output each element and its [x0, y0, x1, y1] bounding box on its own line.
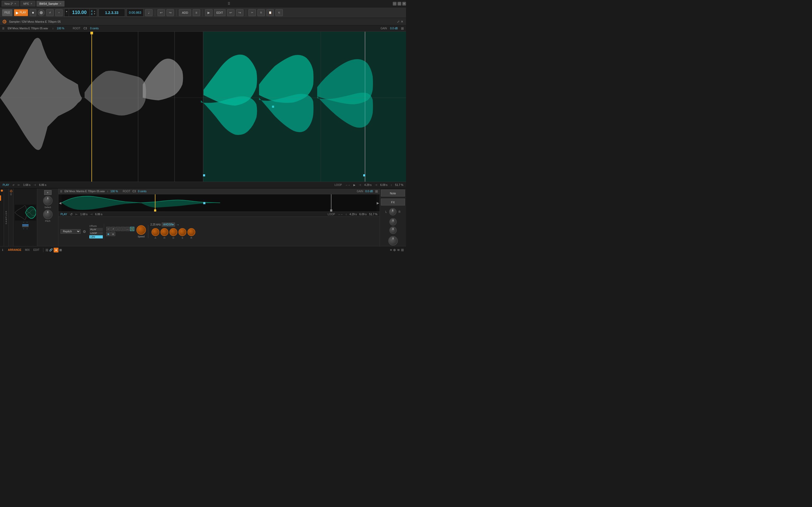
play-head-button[interactable]: ▶	[205, 9, 212, 16]
device-toggle[interactable]: ⊕	[393, 248, 396, 252]
bottom-play-mode[interactable]: ↺	[70, 212, 73, 216]
env-h-knob[interactable]	[160, 228, 168, 236]
redo-button[interactable]: ↪	[166, 9, 174, 16]
tab-mpe[interactable]: MPE ✕	[20, 1, 36, 7]
tab-new2[interactable]: New 2* ✕	[2, 1, 19, 7]
duplicate-button[interactable]: ⎗	[275, 9, 283, 16]
note-button[interactable]: Note	[381, 189, 405, 196]
start-marker-handle[interactable]	[90, 32, 93, 34]
add-button[interactable]: ADD	[179, 9, 191, 16]
env-s-knob[interactable]	[179, 228, 186, 236]
transport-arrows[interactable]: ▲ ▼	[94, 10, 96, 15]
bottom-end-marker[interactable]	[331, 194, 332, 212]
loop-handle[interactable]	[272, 106, 274, 108]
env-s-label: S	[182, 237, 183, 239]
pitch-knob[interactable]	[43, 210, 53, 219]
edit-button[interactable]: EDIT	[214, 9, 225, 16]
browser-toggle[interactable]: ≡	[390, 248, 392, 252]
ahdsr-chain-btn[interactable]: →	[176, 223, 179, 227]
bottom-start-handle[interactable]	[154, 209, 156, 212]
status-orange-button[interactable]: ■	[54, 248, 58, 252]
metronome-button[interactable]: ♩	[145, 9, 153, 16]
position-display[interactable]: 1.2.3.33	[99, 9, 125, 17]
punch-button[interactable]: +	[55, 9, 63, 16]
paste-button[interactable]: 📋	[266, 9, 274, 16]
close-button[interactable]: ✕	[402, 2, 406, 6]
out-knob[interactable]	[388, 236, 398, 245]
cut-button[interactable]: ✂	[248, 9, 256, 16]
env-d-knob[interactable]	[169, 228, 177, 236]
waveform-settings-button[interactable]: ⊞	[401, 26, 404, 31]
channel-indicator[interactable]	[1, 189, 3, 192]
mix-tab[interactable]: MIX	[23, 248, 32, 252]
waveform-scroll-left[interactable]: ◀	[59, 201, 61, 205]
fx-button[interactable]: FX	[381, 199, 405, 206]
speed-knob[interactable]	[136, 225, 146, 235]
play-mode-btn[interactable]: PLAY	[89, 228, 103, 231]
mixer-toggle[interactable]: ≋	[397, 248, 400, 252]
bottom-end-handle[interactable]	[330, 209, 332, 212]
loop-ping-button[interactable]: ↔	[116, 227, 120, 231]
loop-button[interactable]: ↺	[46, 9, 54, 16]
repitch-select[interactable]: Repitch Stretch Resample	[60, 229, 81, 234]
maximize-button[interactable]: □	[398, 2, 401, 6]
loop-on-button[interactable]: ↻	[130, 227, 134, 231]
status-link-button[interactable]: ⛓	[45, 248, 48, 252]
tab-bws4[interactable]: BWS4_Sampler ✕	[37, 1, 64, 7]
mini-settings-button[interactable]: ☰	[10, 193, 12, 196]
bpm-display[interactable]: 110.00	[69, 9, 90, 17]
lr-balance-knob[interactable]	[389, 208, 397, 216]
back-button[interactable]: ↩	[227, 9, 235, 16]
env-a-knob[interactable]	[151, 228, 159, 236]
metronome-toggle[interactable]: ■ →	[65, 10, 68, 15]
len-mode-btn[interactable]: LEN	[89, 235, 103, 238]
file-button[interactable]: FILE	[2, 9, 12, 16]
unknown-knob-2[interactable]	[389, 227, 397, 234]
loop-end-time: 6.09 s	[380, 183, 388, 186]
tab-mpe-close[interactable]: ✕	[31, 2, 33, 5]
loop-start-handle[interactable]	[203, 174, 205, 176]
mini-power-button[interactable]: ⏻	[10, 189, 12, 192]
loop-fwd-button[interactable]: ↩	[106, 227, 110, 231]
sampler-power-button[interactable]: ⏻	[3, 20, 6, 23]
inspector-toggle[interactable]: ⊞	[401, 248, 404, 252]
waveform-scroll-right[interactable]: ▶	[377, 201, 379, 205]
minimize-button[interactable]: —	[393, 2, 397, 6]
tab-bws4-close[interactable]: ✕	[59, 2, 62, 5]
browser-button[interactable]: ≡	[193, 9, 200, 16]
record-button[interactable]	[38, 9, 45, 16]
select-knob[interactable]	[43, 196, 53, 206]
play-button[interactable]: ▶ PLAY	[14, 9, 28, 16]
start-marker[interactable]	[92, 32, 92, 182]
time-sig-display[interactable]: 4 4	[91, 10, 93, 15]
close-sampler-button[interactable]: ✕	[401, 20, 403, 23]
end-marker[interactable]	[365, 32, 365, 182]
loop-end-handle[interactable]	[363, 174, 365, 176]
loop-snap-button[interactable]: ▦	[106, 232, 110, 236]
copy-button[interactable]: ⎘	[257, 9, 265, 16]
env-r-knob[interactable]	[188, 228, 195, 236]
add-layer-button[interactable]: +	[44, 190, 52, 195]
status-lock-button[interactable]: 🔗	[49, 248, 53, 252]
edit-tab[interactable]: EDIT	[32, 248, 41, 252]
time-display[interactable]: 0:00.863	[126, 9, 144, 17]
bottom-start-marker[interactable]	[155, 194, 155, 212]
loop-once-button[interactable]: →	[120, 227, 125, 231]
arrange-tab[interactable]: ARRANGE	[6, 248, 23, 252]
loop-mode-2[interactable]: ▤	[111, 232, 115, 236]
undo-button[interactable]: ↩	[158, 9, 165, 16]
unknown-knob-1[interactable]	[389, 218, 397, 226]
stop-button[interactable]: ■	[30, 9, 36, 16]
settings-gear-icon[interactable]: ⚙	[83, 229, 86, 234]
forward-button[interactable]: ↪	[236, 9, 244, 16]
ahdsr-label-btn[interactable]: AHDSR▾	[162, 223, 175, 227]
waveform-play-mode-button[interactable]: ↺	[12, 184, 14, 186]
loop-off-button[interactable]: —	[125, 227, 130, 231]
loop-mode-btn[interactable]: LOOP	[89, 232, 103, 235]
undock-button[interactable]: ⤢	[397, 20, 400, 23]
status-grid-button[interactable]: ▦	[59, 248, 62, 252]
bottom-waveform-settings[interactable]: ⊞	[375, 189, 378, 193]
sep3	[202, 9, 203, 16]
loop-back-button[interactable]: ↺	[111, 227, 115, 231]
tab-new2-close[interactable]: ✕	[14, 2, 16, 5]
